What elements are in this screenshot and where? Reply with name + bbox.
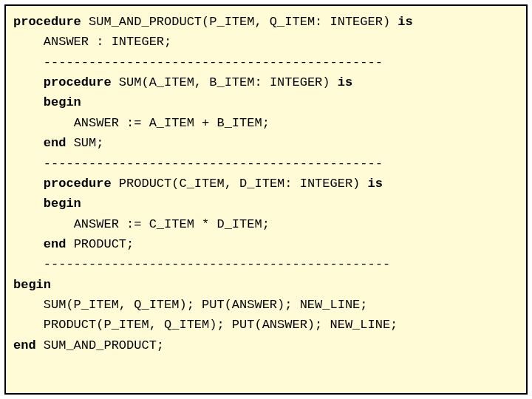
indent xyxy=(13,35,44,49)
code-token: SUM(P_ITEM, Q_ITEM); PUT(ANSWER); NEW_LI… xyxy=(44,298,368,312)
code-token: PRODUCT(P_ITEM, Q_ITEM); PUT(ANSWER); NE… xyxy=(44,318,398,332)
code-line: ----------------------------------------… xyxy=(13,52,519,72)
code-token: ----------------------------------------… xyxy=(44,257,390,271)
indent xyxy=(13,318,44,332)
indent xyxy=(13,95,44,109)
code-line: begin xyxy=(13,194,519,214)
indent xyxy=(13,55,44,69)
indent xyxy=(13,237,44,251)
code-line: ----------------------------------------… xyxy=(13,254,519,274)
code-line: ANSWER : INTEGER; xyxy=(13,32,519,52)
code-token: ANSWER := C_ITEM * D_ITEM; xyxy=(74,217,270,231)
code-line: ANSWER := A_ITEM + B_ITEM; xyxy=(13,113,519,133)
indent xyxy=(13,136,44,150)
code-token: SUM_AND_PRODUCT; xyxy=(44,338,164,352)
keyword-token: procedure xyxy=(13,15,89,29)
keyword-token: end xyxy=(13,338,44,352)
code-token: SUM(A_ITEM, B_ITEM: INTEGER) xyxy=(119,75,338,89)
code-token: SUM; xyxy=(74,136,104,150)
indent xyxy=(13,177,44,191)
code-line: procedure SUM(A_ITEM, B_ITEM: INTEGER) i… xyxy=(13,72,519,92)
code-line: begin xyxy=(13,275,519,295)
code-token: PRODUCT; xyxy=(74,237,134,251)
keyword-token: is xyxy=(398,15,412,29)
keyword-token: is xyxy=(368,177,383,191)
keyword-token: procedure xyxy=(44,177,119,191)
keyword-token: begin xyxy=(13,278,51,292)
code-line: ----------------------------------------… xyxy=(13,154,519,174)
keyword-token: end xyxy=(44,237,74,251)
code-token: ANSWER : INTEGER; xyxy=(44,35,171,49)
code-line: end SUM_AND_PRODUCT; xyxy=(13,335,519,355)
indent xyxy=(13,75,44,89)
keyword-token: begin xyxy=(44,197,81,211)
code-line: end SUM; xyxy=(13,133,519,153)
indent xyxy=(13,298,44,312)
keyword-token: begin xyxy=(44,95,81,109)
code-token: ANSWER := A_ITEM + B_ITEM; xyxy=(74,116,270,130)
code-token: ----------------------------------------… xyxy=(44,157,383,171)
code-line: procedure PRODUCT(C_ITEM, D_ITEM: INTEGE… xyxy=(13,174,519,194)
keyword-token: is xyxy=(338,75,352,89)
code-line: begin xyxy=(13,92,519,112)
code-line: PRODUCT(P_ITEM, Q_ITEM); PUT(ANSWER); NE… xyxy=(13,315,519,335)
indent xyxy=(13,197,44,211)
code-line: procedure SUM_AND_PRODUCT(P_ITEM, Q_ITEM… xyxy=(13,12,519,32)
indent xyxy=(13,257,44,271)
code-line: SUM(P_ITEM, Q_ITEM); PUT(ANSWER); NEW_LI… xyxy=(13,295,519,315)
code-token: ----------------------------------------… xyxy=(44,55,383,69)
indent xyxy=(13,157,44,171)
indent xyxy=(13,217,74,231)
keyword-token: end xyxy=(44,136,74,150)
code-token: SUM_AND_PRODUCT(P_ITEM, Q_ITEM: INTEGER) xyxy=(89,15,398,29)
code-line: ANSWER := C_ITEM * D_ITEM; xyxy=(13,214,519,234)
indent xyxy=(13,116,74,130)
keyword-token: procedure xyxy=(44,75,119,89)
code-line: end PRODUCT; xyxy=(13,234,519,254)
code-token: PRODUCT(C_ITEM, D_ITEM: INTEGER) xyxy=(119,177,368,191)
code-listing-box: procedure SUM_AND_PRODUCT(P_ITEM, Q_ITEM… xyxy=(4,4,528,395)
